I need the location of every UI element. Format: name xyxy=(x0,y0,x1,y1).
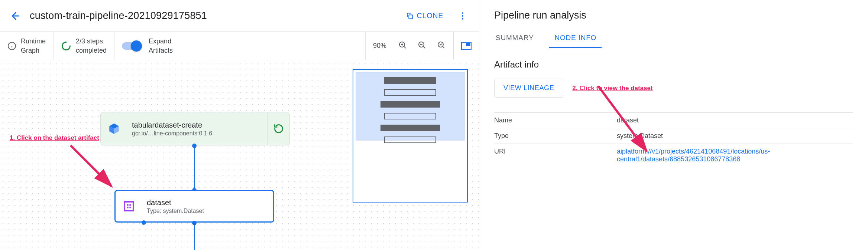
zoom-out-icon[interactable] xyxy=(418,41,427,51)
clone-label: CLONE xyxy=(417,11,443,20)
runtime-graph-cell[interactable]: Runtime Graph xyxy=(0,32,54,60)
svg-line-16 xyxy=(443,46,444,48)
graph-node-dataset[interactable]: dataset Type: system.Dataset xyxy=(114,190,274,223)
svg-rect-21 xyxy=(127,204,129,206)
zoom-reset-icon[interactable] xyxy=(437,41,446,51)
graph-edge-out xyxy=(194,223,195,250)
row-key: Type xyxy=(494,132,617,140)
graph-canvas[interactable]: 1. Click on the dataset artifact tabular… xyxy=(0,60,479,250)
tabs: SUMMARY NODE INFO xyxy=(479,29,868,48)
node-subtitle: gcr.io/…line-components:0.1.6 xyxy=(132,130,263,137)
row-key: Name xyxy=(494,116,617,124)
minimap[interactable] xyxy=(353,69,468,203)
minimap-node xyxy=(384,136,436,143)
tab-summary[interactable]: SUMMARY xyxy=(494,29,535,48)
uri-link[interactable]: aiplatform://v1/projects/462141068491/lo… xyxy=(617,148,770,163)
minimap-node xyxy=(380,125,440,131)
edge-out-dot xyxy=(192,221,197,225)
section-title: Artifact info xyxy=(494,59,853,70)
row-key: URI xyxy=(494,148,617,163)
annotation-2: 2. Click to view the dataset xyxy=(572,85,652,92)
node-retry-icon[interactable] xyxy=(267,112,289,145)
back-arrow-icon[interactable] xyxy=(9,9,22,23)
node-subtitle: Type: system.Dataset xyxy=(147,208,269,214)
runtime-label-line2: Graph xyxy=(21,46,46,55)
clone-button[interactable]: CLONE xyxy=(400,9,449,23)
svg-rect-20 xyxy=(124,202,133,211)
minimap-node xyxy=(380,101,440,108)
expand-artifacts-cell: Expand Artifacts xyxy=(114,32,366,60)
table-row: URI aiplatform://v1/projects/46214106849… xyxy=(494,144,853,167)
table-row: Name dataset xyxy=(494,113,853,128)
zoom-level: 90% xyxy=(373,42,386,50)
view-lineage-button[interactable]: VIEW LINEAGE xyxy=(494,79,563,98)
more-menu-icon[interactable] xyxy=(455,9,470,23)
zoom-cell: 90% xyxy=(366,32,454,60)
expand-artifacts-toggle[interactable] xyxy=(122,42,140,50)
steps-cell: 2/3 steps completed xyxy=(54,32,114,60)
node-port-dot xyxy=(142,220,146,225)
expand-line2: Artifacts xyxy=(149,46,173,55)
minimap-toggle[interactable] xyxy=(454,32,479,60)
svg-rect-22 xyxy=(129,204,131,206)
node-icon xyxy=(101,112,127,145)
svg-line-13 xyxy=(423,46,425,48)
steps-line1: 2/3 steps xyxy=(76,37,107,46)
artifact-info-table: Name dataset Type system.Dataset URI aip… xyxy=(494,112,853,167)
svg-line-19 xyxy=(71,145,111,186)
table-row: Type system.Dataset xyxy=(494,128,853,144)
node-title: dataset xyxy=(147,198,269,207)
progress-spinner-icon xyxy=(61,41,71,51)
svg-rect-23 xyxy=(127,207,129,208)
svg-rect-18 xyxy=(467,43,470,46)
svg-point-3 xyxy=(462,15,463,16)
svg-point-2 xyxy=(462,12,463,14)
info-icon xyxy=(7,42,16,50)
annotation-1: 1. Click on the dataset artifact xyxy=(10,134,99,142)
graph-node-tabulardataset-create[interactable]: tabulardataset-create gcr.io/…line-compo… xyxy=(100,112,290,145)
artifact-icon xyxy=(116,191,142,221)
minimap-node xyxy=(384,89,436,96)
right-panel-title: Pipeline run analysis xyxy=(479,0,868,29)
node-title: tabulardataset-create xyxy=(132,121,263,129)
page-header: custom-train-pipeline-20210929175851 CLO… xyxy=(0,0,479,32)
expand-line1: Expand xyxy=(149,37,173,46)
steps-line2: completed xyxy=(76,46,107,55)
page-title: custom-train-pipeline-20210929175851 xyxy=(30,10,400,22)
toolbar: Runtime Graph 2/3 steps completed Expa xyxy=(0,32,479,60)
minimap-node xyxy=(384,113,436,119)
graph-edge xyxy=(194,145,195,190)
svg-rect-1 xyxy=(409,15,412,19)
minimap-node xyxy=(384,77,436,84)
runtime-label-line1: Runtime xyxy=(21,37,46,46)
svg-point-4 xyxy=(462,18,463,19)
zoom-in-icon[interactable] xyxy=(398,41,407,51)
row-value: system.Dataset xyxy=(617,132,853,140)
svg-line-9 xyxy=(404,46,406,48)
edge-start-dot xyxy=(192,144,197,148)
annotation-arrow-1 xyxy=(67,142,119,190)
svg-rect-24 xyxy=(129,207,131,208)
row-value: dataset xyxy=(617,116,853,124)
tab-node-info[interactable]: NODE INFO xyxy=(553,29,598,48)
